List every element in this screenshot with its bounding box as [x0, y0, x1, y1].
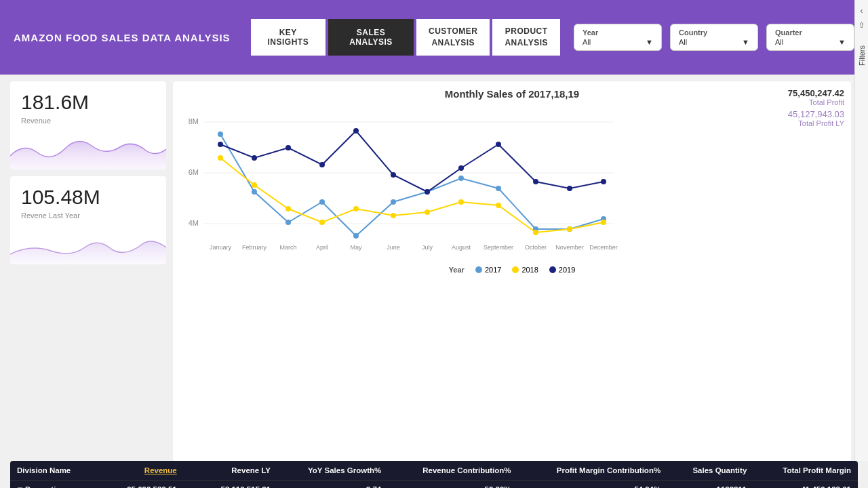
nav-tabs: KEY INSIGHTS SALES ANALYSIS CUSTOMERANAL… [251, 19, 560, 56]
line-chart: 8M 6M 4M [180, 104, 641, 260]
row-rev-contrib: 52.69% [388, 481, 517, 489]
svg-point-8 [285, 220, 291, 225]
row-sales-qty: 1122311 [667, 481, 753, 489]
legend-2017: 2017 [475, 266, 501, 274]
total-profit-ly-label: Total Profit LY [788, 119, 844, 127]
svg-text:June: June [387, 244, 400, 251]
svg-point-36 [425, 189, 430, 195]
row-yoy: 2.74 [277, 481, 388, 489]
row-total-profit: 41,450,128.01 [753, 481, 858, 489]
col-rev-contrib: Revenue Contribution% [388, 461, 517, 481]
total-profit-value: 75,450,247.42 [788, 88, 844, 98]
row-revenue-ly: 58,110,515.31 [184, 481, 277, 489]
svg-point-26 [496, 203, 501, 208]
row-revenue: 95,690,589.51 [98, 481, 184, 489]
year-filter-select[interactable]: All ▼ [583, 38, 653, 46]
right-panel: ‹ ⇧ Filters [854, 0, 868, 461]
col-sales-qty: Sales Quantity [667, 461, 753, 481]
svg-point-33 [319, 162, 325, 167]
quarter-filter-label: Quarter [775, 28, 846, 37]
svg-point-7 [252, 189, 257, 195]
legend-2017-dot [475, 266, 482, 273]
legend-2017-label: 2017 [485, 266, 501, 274]
svg-point-24 [425, 209, 430, 215]
chart-section: Monthly Sales of 2017,18,19 75,450,247.4… [173, 81, 851, 461]
svg-point-30 [218, 142, 223, 147]
country-filter[interactable]: Country All ▼ [670, 24, 758, 51]
svg-point-34 [353, 128, 359, 134]
svg-text:October: October [525, 244, 547, 251]
revenue-label: Revenue [21, 117, 155, 125]
svg-point-18 [218, 155, 223, 161]
svg-point-9 [319, 199, 325, 205]
header: AMAZON FOOD SALES DATA ANALYSIS KEY INSI… [0, 0, 868, 75]
row-profit-contrib: 54.94% [518, 481, 668, 489]
revenue-ly-card: 105.48M Revene Last Year [10, 176, 166, 264]
tab-product-analysis[interactable]: PRODUCTANALYSIS [492, 19, 560, 56]
chart-title: Monthly Sales of 2017,18,19 [180, 88, 844, 100]
year-filter[interactable]: Year All ▼ [574, 24, 662, 51]
share-icon[interactable]: ⇧ [859, 21, 865, 30]
year-filter-label: Year [583, 28, 653, 37]
chart-legend: Year 2017 2018 2019 [180, 266, 844, 274]
tab-customer-analysis[interactable]: CUSTOMERANALYSIS [416, 19, 490, 56]
svg-point-19 [252, 182, 257, 188]
legend-2019: 2019 [549, 266, 575, 274]
legend-2019-dot [549, 266, 556, 273]
svg-point-13 [458, 176, 464, 181]
svg-text:December: December [589, 244, 618, 251]
svg-point-28 [567, 226, 572, 232]
legend-2018-label: 2018 [521, 266, 538, 274]
country-filter-select[interactable]: All ▼ [679, 38, 749, 46]
revenue-ly-wave [10, 224, 166, 264]
svg-text:May: May [350, 244, 362, 251]
svg-point-41 [601, 179, 606, 184]
row-name: ⊞Domestic [10, 481, 98, 489]
svg-point-39 [533, 179, 538, 184]
svg-point-10 [353, 233, 359, 239]
svg-point-25 [458, 199, 464, 205]
svg-text:January: January [210, 244, 232, 251]
svg-text:August: August [452, 244, 471, 251]
revenue-wave [10, 129, 166, 169]
svg-text:4M: 4M [189, 219, 199, 227]
svg-point-37 [458, 165, 464, 171]
revenue-value: 181.6M [21, 91, 155, 114]
collapse-icon[interactable]: ‹ [860, 5, 863, 16]
table-section: Division Name Revenue Revene LY YoY Sale… [10, 461, 858, 488]
svg-point-22 [353, 206, 359, 211]
main-content: 181.6M Revenue 105.48M Revene Last Year [0, 75, 868, 461]
col-profit-contrib: Profit Margin Contribution% [518, 461, 668, 481]
quarter-filter-select[interactable]: All ▼ [775, 38, 846, 46]
svg-text:September: September [484, 244, 513, 251]
svg-point-32 [285, 145, 291, 150]
filters-group: Year All ▼ Country All ▼ Quarter All ▼ [574, 24, 854, 51]
tab-key-insights[interactable]: KEY INSIGHTS [251, 19, 326, 56]
svg-point-38 [496, 142, 501, 147]
svg-point-11 [391, 199, 396, 205]
svg-point-40 [567, 186, 572, 191]
svg-text:8M: 8M [189, 117, 199, 125]
svg-point-21 [319, 220, 325, 225]
svg-point-31 [252, 155, 257, 161]
col-revenue: Revenue [98, 461, 184, 481]
svg-point-27 [533, 230, 538, 235]
svg-text:March: March [279, 244, 296, 251]
col-division: Division Name [10, 461, 98, 481]
filters-label[interactable]: Filters [858, 45, 866, 66]
svg-text:6M: 6M [189, 168, 199, 176]
col-total-profit: Total Profit Margin [753, 461, 858, 481]
svg-text:April: April [316, 244, 328, 251]
data-table: Division Name Revenue Revene LY YoY Sale… [10, 461, 858, 488]
svg-text:July: July [422, 244, 433, 251]
total-profit-label: Total Profit [788, 98, 844, 106]
svg-point-6 [218, 131, 223, 137]
tab-sales-analysis[interactable]: SALES ANALYSIS [328, 19, 414, 56]
country-filter-label: Country [679, 28, 749, 37]
svg-text:February: February [242, 244, 267, 251]
chart-stats: 75,450,247.42 Total Profit 45,127,943.03… [788, 88, 844, 127]
svg-point-14 [496, 186, 501, 191]
legend-2018-dot [512, 266, 519, 273]
quarter-filter[interactable]: Quarter All ▼ [766, 24, 854, 51]
kpi-section: 181.6M Revenue 105.48M Revene Last Year [10, 81, 166, 461]
